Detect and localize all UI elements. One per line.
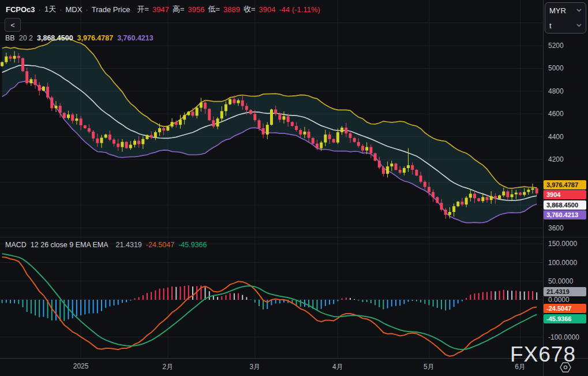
currency-unit-selector: MYR t [545, 2, 586, 33]
unit-value: t [549, 21, 552, 30]
macd-hist-value: 21.4319 [116, 241, 142, 249]
high-label: 高= [173, 4, 185, 14]
change-value: -44 (-1.11%) [279, 5, 320, 14]
back-button[interactable]: < [5, 18, 21, 32]
hexagon-settings-icon[interactable] [559, 362, 572, 373]
bb-lower-tag: 3,760.4213 [544, 210, 586, 219]
bb-params: 20 2 [19, 34, 33, 42]
axis-tick: 4200 [548, 155, 564, 163]
axis-tick: 4600 [548, 110, 564, 118]
macd-signal-value: -45.9366 [178, 241, 207, 249]
axis-tick: 50.0000 [548, 277, 573, 285]
trading-chart-window: FCPOc3 · 1天 · MDX · Trade Price 开=3947 高… [0, 0, 588, 376]
macd-indicator-legend[interactable]: MACD 12 26 close 9 EMA EMA 21.4319 -24.5… [5, 241, 207, 249]
macd-hist-tag: 21.4319 [544, 287, 586, 296]
unit-dropdown[interactable]: t [545, 18, 586, 33]
time-tick: 2月 [163, 362, 174, 372]
interval-label[interactable]: 1天 [44, 4, 56, 14]
back-arrow-icon: < [10, 21, 15, 29]
open-label: 开= [137, 4, 149, 14]
time-tick: 5月 [424, 362, 435, 372]
bb-indicator-legend[interactable]: BB 20 2 3,868.4500 3,976.4787 3,760.4213 [5, 34, 153, 42]
bb-lower-value: 3,760.4213 [117, 34, 153, 42]
series-type-label: Trade Price [92, 5, 130, 14]
close-label: 收= [244, 4, 256, 14]
chart-canvas[interactable] [0, 0, 543, 358]
axis-tick: 5200 [548, 42, 564, 50]
time-tick: 2025 [73, 362, 89, 370]
separator-dot: · [59, 5, 62, 14]
bb-basis-value: 3,868.4500 [37, 34, 73, 42]
time-tick: 4月 [332, 362, 343, 372]
chevron-down-icon [576, 9, 582, 12]
bb-upper-value: 3,976.4787 [77, 34, 114, 42]
currency-dropdown[interactable]: MYR [545, 3, 586, 18]
axis-tick: 4400 [548, 133, 564, 141]
exchange-label: MDX [66, 5, 83, 14]
axis-tick: 5000 [548, 64, 564, 72]
currency-value: MYR [549, 6, 566, 15]
chevron-down-icon [576, 24, 582, 27]
macd-line-tag: -24.5047 [544, 304, 586, 313]
macd-line-value: -24.5047 [146, 241, 174, 249]
hexagon-inner-circle [564, 366, 567, 368]
axis-vertical-divider [543, 0, 544, 376]
axis-tick: 100.0000 [548, 259, 577, 267]
macd-signal-tag: -45.9366 [544, 314, 586, 323]
time-tick: 3月 [249, 362, 260, 372]
symbol-header: FCPOc3 · 1天 · MDX · Trade Price 开=3947 高… [6, 4, 320, 14]
bb-name: BB [5, 34, 15, 42]
low-value: 3889 [223, 5, 240, 14]
bb-upper-tag: 3,976.4787 [544, 180, 586, 189]
symbol-name[interactable]: FCPOc3 [6, 5, 35, 14]
macd-name: MACD [5, 241, 27, 249]
price-axis-panel[interactable]: 5200500048004600440042003600150.0000100.… [543, 0, 588, 376]
axis-tick: 0.0000 [548, 296, 570, 304]
last-price-tag: 3904 [544, 190, 586, 199]
pane-separator[interactable] [0, 237, 588, 237]
separator-dot: · [85, 5, 88, 14]
bb-basis-tag: 3,868.4500 [544, 200, 586, 210]
separator-dot: · [39, 5, 41, 14]
high-value: 3956 [188, 5, 205, 14]
axis-tick: 3600 [548, 224, 564, 232]
axis-tick: 4800 [548, 87, 564, 95]
axis-tick: 150.0000 [548, 240, 577, 248]
axis-tick: -100.0000 [548, 333, 579, 341]
close-value: 3904 [259, 5, 276, 14]
open-value: 3947 [152, 5, 169, 14]
time-axis[interactable]: 20252月3月4月5月6月 [0, 359, 543, 376]
low-label: 低= [208, 4, 220, 14]
macd-params: 12 26 close 9 EMA EMA [31, 241, 108, 249]
